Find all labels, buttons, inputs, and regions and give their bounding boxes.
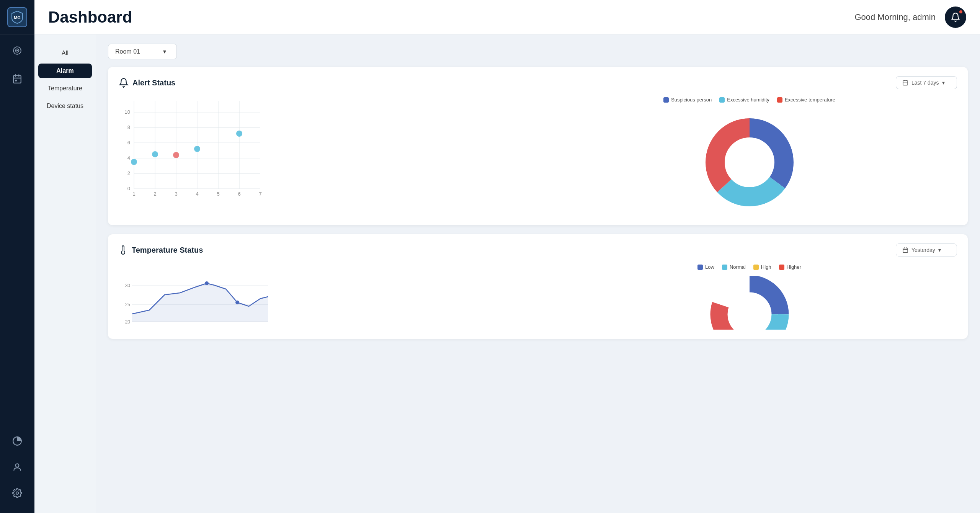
svg-text:20: 20 <box>125 319 131 325</box>
legend-humidity-label: Excessive humidity <box>727 97 769 103</box>
legend-normal-color <box>722 265 727 270</box>
svg-text:10: 10 <box>125 109 130 115</box>
sidebar: MG <box>0 0 34 513</box>
donut-chart-area: Suspicious person Excessive humidity Exc… <box>542 97 957 216</box>
room-value: Room 01 <box>115 48 140 55</box>
chevron-down-icon: ▾ <box>163 48 166 55</box>
svg-rect-4 <box>13 75 21 83</box>
svg-point-10 <box>16 464 19 467</box>
svg-point-45 <box>173 152 179 158</box>
subnav-device-status[interactable]: Device status <box>38 99 92 113</box>
svg-point-47 <box>236 131 242 137</box>
svg-text:6: 6 <box>127 140 130 145</box>
alert-legend: Suspicious person Excessive humidity Exc… <box>663 97 835 103</box>
greeting-text: Good Morning, admin <box>854 12 936 22</box>
temperature-title-text: Temperature Status <box>132 246 203 255</box>
svg-rect-14 <box>903 81 908 85</box>
subnav-alarm[interactable]: Alarm <box>38 64 92 78</box>
svg-text:5: 5 <box>217 191 219 197</box>
svg-text:2: 2 <box>154 191 156 197</box>
main-content: Room 01 ▾ Alert Status <box>96 34 980 513</box>
room-selector: Room 01 ▾ <box>108 44 968 59</box>
svg-marker-62 <box>132 283 268 322</box>
temperature-line-chart: 20 25 30 <box>119 264 534 327</box>
svg-text:2: 2 <box>127 170 130 176</box>
svg-text:30: 30 <box>125 283 131 288</box>
content-wrapper: All Alarm Temperature Device status Room… <box>34 34 980 513</box>
scatter-chart: 0 2 4 6 8 10 1 2 3 4 5 6 <box>119 97 534 206</box>
svg-text:7: 7 <box>259 191 261 197</box>
alert-title-text: Alert Status <box>132 78 175 87</box>
temperature-donut-svg <box>700 276 799 330</box>
svg-text:6: 6 <box>238 191 240 197</box>
legend-high-color <box>753 265 759 270</box>
svg-rect-52 <box>903 248 908 253</box>
legend-low-color <box>697 265 703 270</box>
svg-text:3: 3 <box>175 191 177 197</box>
svg-point-44 <box>152 151 158 157</box>
temperature-chart-area: 20 25 30 <box>119 264 957 330</box>
svg-text:4: 4 <box>127 155 130 161</box>
svg-text:MG: MG <box>14 15 21 20</box>
temperature-date-value: Yesterday <box>911 247 935 253</box>
subnav-all[interactable]: All <box>38 46 92 60</box>
sub-navigation: All Alarm Temperature Device status <box>34 34 96 513</box>
temperature-date-filter[interactable]: Yesterday ▾ <box>896 243 957 256</box>
svg-text:1: 1 <box>132 191 135 197</box>
alert-card-header: Alert Status Last 7 days ▾ <box>119 76 957 89</box>
sidebar-item-settings[interactable] <box>9 485 26 502</box>
temperature-legend: Low Normal High <box>697 264 801 270</box>
svg-text:0: 0 <box>127 186 130 191</box>
legend-high: High <box>753 264 771 270</box>
subnav-temperature[interactable]: Temperature <box>38 81 92 96</box>
legend-high-label: High <box>761 264 771 270</box>
notification-bell[interactable] <box>945 7 966 28</box>
svg-point-11 <box>16 492 19 495</box>
main-area: Dashboard Good Morning, admin All Alarm … <box>34 0 980 513</box>
legend-suspicious-label: Suspicious person <box>671 97 712 103</box>
svg-text:8: 8 <box>127 124 130 130</box>
legend-higher: Higher <box>779 264 801 270</box>
sidebar-item-camera[interactable] <box>9 42 26 59</box>
sidebar-item-users[interactable] <box>9 459 26 475</box>
svg-point-3 <box>17 50 18 51</box>
alert-title: Alert Status <box>119 78 175 88</box>
svg-point-43 <box>131 159 137 165</box>
legend-higher-label: Higher <box>787 264 801 270</box>
legend-higher-color <box>779 265 784 270</box>
legend-suspicious: Suspicious person <box>663 97 712 103</box>
notification-badge <box>959 10 963 14</box>
chevron-down-icon: ▾ <box>942 80 945 86</box>
legend-suspicious-color <box>663 97 669 103</box>
alert-status-card: Alert Status Last 7 days ▾ <box>108 67 968 225</box>
sidebar-logo: MG <box>0 0 34 34</box>
temperature-status-card: Temperature Status Yesterday ▾ 20 <box>108 234 968 339</box>
temperature-card-header: Temperature Status Yesterday ▾ <box>119 243 957 256</box>
alert-date-value: Last 7 days <box>911 80 939 86</box>
donut-svg <box>692 109 807 216</box>
legend-low-label: Low <box>705 264 714 270</box>
legend-humidity-color <box>719 97 725 103</box>
room-dropdown[interactable]: Room 01 ▾ <box>108 44 177 59</box>
svg-point-46 <box>194 146 200 152</box>
sidebar-item-reports[interactable] <box>9 433 26 449</box>
svg-point-64 <box>235 301 239 304</box>
sidebar-bottom <box>9 433 26 513</box>
svg-text:4: 4 <box>196 191 198 197</box>
page-title: Dashboard <box>48 8 854 26</box>
svg-text:25: 25 <box>125 302 131 307</box>
header: Dashboard Good Morning, admin <box>34 0 980 34</box>
temperature-title: Temperature Status <box>119 245 203 255</box>
legend-temperature-label: Excessive temperature <box>785 97 835 103</box>
legend-normal-label: Normal <box>730 264 746 270</box>
alert-date-filter[interactable]: Last 7 days ▾ <box>896 76 957 89</box>
legend-low: Low <box>697 264 714 270</box>
temperature-donut-area: Low Normal High <box>542 264 957 330</box>
logo-icon: MG <box>7 7 27 27</box>
sidebar-nav <box>9 34 26 433</box>
legend-normal: Normal <box>722 264 746 270</box>
svg-point-63 <box>205 281 209 285</box>
alert-chart-area: 0 2 4 6 8 10 1 2 3 4 5 6 <box>119 97 957 216</box>
legend-humidity: Excessive humidity <box>719 97 769 103</box>
sidebar-item-calendar[interactable] <box>9 70 26 87</box>
